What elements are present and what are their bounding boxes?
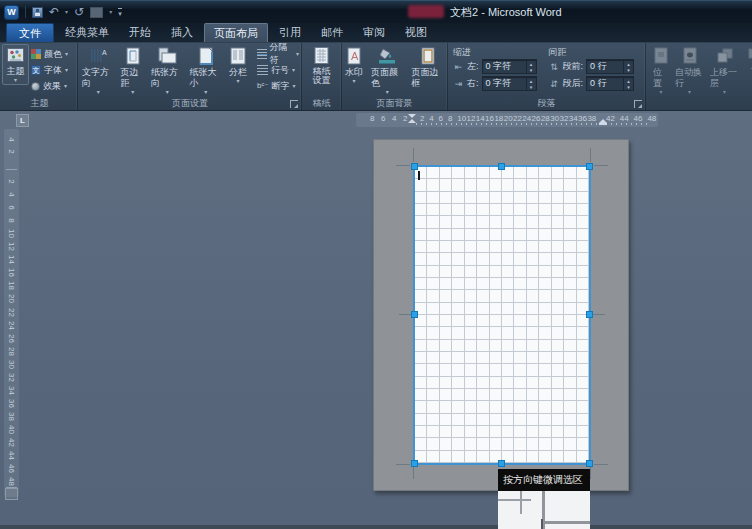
grid-cell[interactable]	[490, 352, 502, 364]
grid-cell[interactable]	[539, 438, 551, 450]
grid-cell[interactable]	[514, 290, 526, 302]
text-direction-button[interactable]: A 文字方向 ▾	[79, 44, 118, 96]
grid-cell[interactable]	[427, 377, 439, 389]
grid-cell[interactable]	[440, 426, 452, 438]
grid-cell[interactable]	[577, 192, 589, 204]
grid-cell[interactable]	[427, 192, 439, 204]
grid-cell[interactable]	[539, 204, 551, 216]
grid-cell[interactable]	[415, 290, 427, 302]
manuscript-setup-button[interactable]: 稿纸 设置	[309, 44, 334, 86]
grid-cell[interactable]	[490, 377, 502, 389]
position-button[interactable]: 位置 ▾	[650, 44, 672, 96]
grid-cell[interactable]	[490, 364, 502, 376]
grid-cell[interactable]	[465, 278, 477, 290]
grid-cell[interactable]	[539, 179, 551, 191]
grid-cell[interactable]	[552, 253, 564, 265]
first-line-indent-marker[interactable]	[408, 114, 416, 125]
customize-qat-icon[interactable]: ▾	[118, 8, 122, 17]
grid-cell[interactable]	[452, 451, 464, 463]
grid-cell[interactable]	[539, 216, 551, 228]
grid-cell[interactable]	[514, 192, 526, 204]
grid-cell[interactable]	[465, 303, 477, 315]
tab-home[interactable]: 开始	[120, 23, 160, 42]
grid-cell[interactable]	[514, 401, 526, 413]
grid-cell[interactable]	[490, 179, 502, 191]
grid-cell[interactable]	[514, 278, 526, 290]
grid-cell[interactable]	[552, 204, 564, 216]
grid-cell[interactable]	[465, 340, 477, 352]
grid-cell[interactable]	[427, 241, 439, 253]
grid-cell[interactable]	[564, 426, 576, 438]
grid-cell[interactable]	[514, 451, 526, 463]
grid-cell[interactable]	[552, 414, 564, 426]
grid-cell[interactable]	[415, 438, 427, 450]
grid-cell[interactable]	[465, 426, 477, 438]
grid-cell[interactable]	[527, 315, 539, 327]
page-size-button[interactable]: 纸张大小 ▾	[186, 44, 225, 96]
tab-review[interactable]: 审阅	[354, 23, 394, 42]
grid-cell[interactable]	[440, 204, 452, 216]
indent-left-input[interactable]: 0 字符 ▴▾	[482, 59, 537, 74]
grid-cell[interactable]	[440, 377, 452, 389]
grid-cell[interactable]	[514, 204, 526, 216]
table-tool-dropdown-icon[interactable]: ▾	[109, 9, 112, 15]
grid-cell[interactable]	[427, 229, 439, 241]
grid-cell[interactable]	[527, 266, 539, 278]
grid-cell[interactable]	[477, 389, 489, 401]
grid-cell[interactable]	[552, 241, 564, 253]
grid-cell[interactable]	[564, 229, 576, 241]
tab-view[interactable]: 视图	[396, 23, 436, 42]
grid-cell[interactable]	[564, 253, 576, 265]
hyphenation-button[interactable]: bᶜ⁻ 断字 ▾	[255, 78, 301, 94]
grid-cell[interactable]	[514, 414, 526, 426]
grid-cell[interactable]	[539, 303, 551, 315]
grid-cell[interactable]	[514, 167, 526, 179]
grid-cell[interactable]	[490, 278, 502, 290]
grid-cell[interactable]	[552, 229, 564, 241]
grid-cell[interactable]	[552, 278, 564, 290]
grid-cell[interactable]	[527, 377, 539, 389]
grid-cell[interactable]	[465, 241, 477, 253]
grid-cell[interactable]	[514, 377, 526, 389]
grid-cell[interactable]	[527, 327, 539, 339]
grid-cell[interactable]	[577, 377, 589, 389]
grid-cell[interactable]	[440, 192, 452, 204]
grid-cell[interactable]	[427, 266, 439, 278]
grid-cell[interactable]	[577, 290, 589, 302]
space-after-stepper[interactable]: ▴▾	[623, 78, 633, 90]
grid-cell[interactable]	[440, 241, 452, 253]
grid-cell[interactable]	[452, 414, 464, 426]
redo-icon[interactable]: ↺	[74, 6, 84, 18]
grid-cell[interactable]	[427, 303, 439, 315]
selection-handle-top-left[interactable]	[411, 163, 418, 170]
grid-cell[interactable]	[490, 216, 502, 228]
grid-cell[interactable]	[415, 327, 427, 339]
grid-cell[interactable]	[427, 179, 439, 191]
grid-cell[interactable]	[477, 426, 489, 438]
grid-cell[interactable]	[564, 389, 576, 401]
grid-cell[interactable]	[502, 364, 514, 376]
grid-cell[interactable]	[465, 451, 477, 463]
grid-cell[interactable]	[465, 290, 477, 302]
grid-cell[interactable]	[539, 364, 551, 376]
grid-cell[interactable]	[477, 278, 489, 290]
grid-cell[interactable]	[440, 167, 452, 179]
grid-cell[interactable]	[514, 364, 526, 376]
indent-left-stepper[interactable]: ▴▾	[526, 61, 536, 73]
grid-cell[interactable]	[564, 352, 576, 364]
grid-cell[interactable]	[502, 241, 514, 253]
grid-cell[interactable]	[452, 241, 464, 253]
grid-cell[interactable]	[440, 290, 452, 302]
grid-cell[interactable]	[452, 290, 464, 302]
grid-cell[interactable]	[440, 364, 452, 376]
grid-cell[interactable]	[440, 315, 452, 327]
grid-cell[interactable]	[452, 192, 464, 204]
grid-cell[interactable]	[502, 340, 514, 352]
grid-cell[interactable]	[440, 253, 452, 265]
grid-cell[interactable]	[577, 253, 589, 265]
grid-cell[interactable]	[415, 377, 427, 389]
grid-cell[interactable]	[440, 216, 452, 228]
grid-cell[interactable]	[502, 204, 514, 216]
grid-cell[interactable]	[577, 401, 589, 413]
grid-cell[interactable]	[477, 377, 489, 389]
